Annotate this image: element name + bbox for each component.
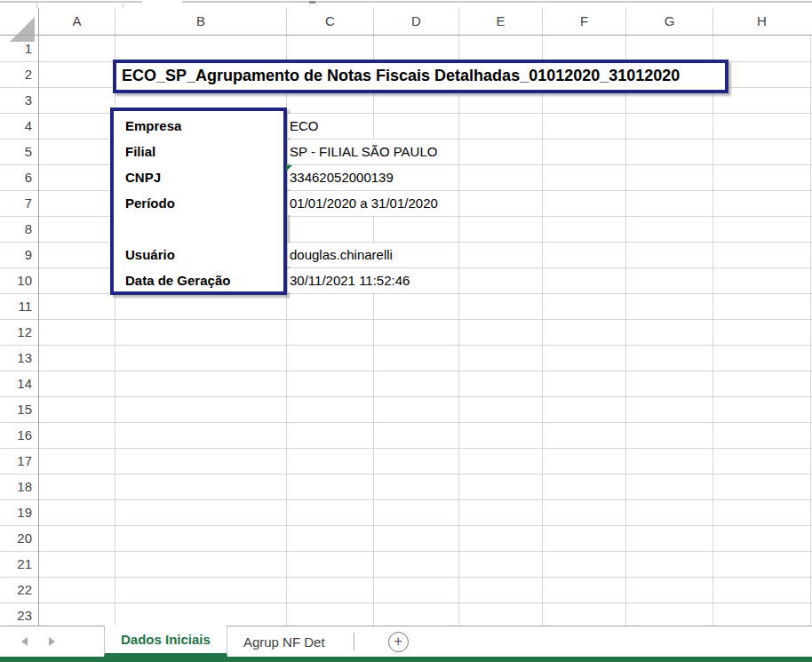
- cell-value-5[interactable]: SP - FILIAL SÃO PAULO: [288, 140, 442, 164]
- row-header-6[interactable]: 6: [0, 164, 38, 190]
- gridline: [373, 36, 374, 626]
- tab-agrup-nf-det[interactable]: Agrup NF Det: [227, 626, 341, 657]
- gridline: [0, 525, 812, 526]
- column-header-B[interactable]: B: [115, 8, 286, 35]
- row-header-7[interactable]: 7: [0, 190, 38, 216]
- column-header-D[interactable]: D: [373, 8, 458, 35]
- row-header-23[interactable]: 23: [0, 602, 38, 628]
- column-header-G[interactable]: G: [625, 8, 712, 35]
- cell-label-4[interactable]: Empresa: [125, 113, 181, 139]
- column-header-E[interactable]: E: [458, 8, 542, 35]
- row-header-14[interactable]: 14: [0, 371, 38, 396]
- row-header-19[interactable]: 19: [0, 499, 38, 525]
- tab-separator: [354, 633, 354, 650]
- row-header-11[interactable]: 11: [0, 293, 38, 319]
- spreadsheet-window: ABCDEFGH 1234567891011121314151617181920…: [0, 0, 812, 662]
- gridline: [0, 422, 812, 423]
- row-header-4[interactable]: 4: [0, 113, 38, 139]
- divider: [0, 1, 142, 3]
- plus-circle-icon: +: [394, 634, 402, 649]
- cell-label-5[interactable]: Filial: [125, 139, 155, 164]
- column-header-H[interactable]: H: [712, 8, 810, 35]
- gridline: [0, 551, 812, 552]
- column-header-A[interactable]: A: [38, 8, 115, 35]
- prev-sheet-arrow-icon[interactable]: [21, 637, 28, 646]
- next-sheet-arrow-icon[interactable]: [49, 637, 55, 646]
- gridline: [625, 36, 626, 626]
- sheet-tab-bar: Dados Iniciais Agrup NF Det +: [0, 626, 812, 657]
- status-bar: [0, 657, 812, 662]
- row-header-13[interactable]: 13: [0, 345, 38, 371]
- gridline: [0, 319, 812, 320]
- row-header-5[interactable]: 5: [0, 139, 38, 164]
- row-header-2[interactable]: 2: [0, 61, 38, 87]
- cell-label-10[interactable]: Data de Geração: [125, 267, 230, 293]
- cell-value-10[interactable]: 30/11/2021 11:52:46: [288, 268, 414, 292]
- sheet-nav: [0, 626, 104, 657]
- row-header-12[interactable]: 12: [0, 319, 38, 345]
- error-indicator-triangle-icon: [286, 165, 292, 171]
- formula-bar-remnant: [0, 0, 812, 8]
- divider: [309, 1, 315, 4]
- cell-label-7[interactable]: Período: [125, 190, 175, 216]
- row-header-1[interactable]: 1: [0, 36, 38, 61]
- cell-value-9[interactable]: douglas.chinarelli: [288, 243, 397, 267]
- title-box-shape[interactable]: ECO_SP_Agrupamento de Notas Fiscais Deta…: [113, 60, 728, 93]
- cell-label-6[interactable]: CNPJ: [125, 164, 161, 190]
- add-sheet-button[interactable]: +: [388, 632, 409, 652]
- gridline: [0, 448, 812, 449]
- row-header-18[interactable]: 18: [0, 474, 38, 499]
- tab-dados-iniciais[interactable]: Dados Iniciais: [104, 626, 227, 657]
- row-header-15[interactable]: 15: [0, 396, 38, 422]
- cell-value-6[interactable]: 33462052000139: [288, 165, 398, 189]
- row-header-3[interactable]: 3: [0, 87, 38, 113]
- cell-value-7[interactable]: 01/01/2020 a 31/01/2020: [288, 191, 442, 215]
- report-title: ECO_SP_Agrupamento de Notas Fiscais Deta…: [116, 63, 725, 89]
- row-header-20[interactable]: 20: [0, 525, 38, 551]
- cell-label-9[interactable]: Usuário: [125, 242, 175, 267]
- column-header-C[interactable]: C: [286, 8, 373, 35]
- gridline: [458, 36, 459, 626]
- row-header-9[interactable]: 9: [0, 242, 38, 267]
- cell-value-4[interactable]: ECO: [288, 114, 323, 138]
- row-header-22[interactable]: 22: [0, 577, 38, 602]
- row-header-10[interactable]: 10: [0, 267, 38, 293]
- gridline: [0, 499, 812, 500]
- divider: [182, 1, 812, 3]
- row-header-right-border: [38, 8, 39, 626]
- gridline: [0, 396, 812, 397]
- gridline: [0, 371, 812, 371]
- row-header-8[interactable]: 8: [0, 216, 38, 242]
- gridline: [0, 474, 812, 475]
- row-header-16[interactable]: 16: [0, 422, 38, 448]
- row-header-21[interactable]: 21: [0, 551, 38, 577]
- gridline: [542, 36, 543, 626]
- gridline: [712, 36, 713, 626]
- gridline: [810, 36, 811, 626]
- gridline: [0, 577, 812, 578]
- column-headers: ABCDEFGH: [0, 8, 812, 36]
- tab-label: Agrup NF Det: [243, 634, 325, 650]
- gridline: [0, 602, 812, 603]
- tab-label: Dados Iniciais: [121, 632, 211, 647]
- header-bottom-border: [0, 35, 812, 36]
- column-header-F[interactable]: F: [542, 8, 625, 35]
- row-header-17[interactable]: 17: [0, 448, 38, 474]
- gridline: [0, 345, 812, 346]
